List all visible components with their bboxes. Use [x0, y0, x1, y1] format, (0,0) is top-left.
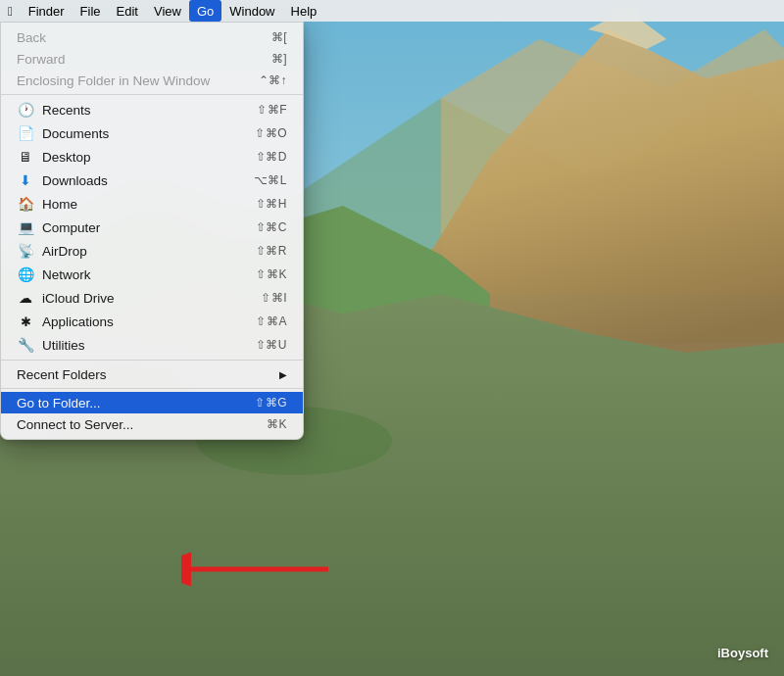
computer-icon: 💻	[17, 218, 34, 236]
finder-menu[interactable]: Finder	[21, 0, 73, 22]
menu-item-forward[interactable]: Forward ⌘]	[1, 48, 303, 70]
apple-menu[interactable]: 	[0, 0, 21, 22]
documents-icon: 📄	[17, 124, 34, 142]
menu-item-recents[interactable]: 🕐 Recents ⇧⌘F	[1, 98, 303, 121]
menu-item-desktop[interactable]: 🖥 Desktop ⇧⌘D	[1, 145, 303, 169]
menu-item-enclosing[interactable]: Enclosing Folder in New Window ⌃⌘↑	[1, 70, 303, 91]
menu-item-computer[interactable]: 💻 Computer ⇧⌘C	[1, 216, 303, 239]
downloads-icon: ⬇	[17, 171, 34, 189]
iboysoft-watermark: iBoysoft	[717, 646, 768, 660]
applications-icon: ✱	[17, 313, 34, 330]
network-icon: 🌐	[17, 266, 34, 283]
menubar:  Finder File Edit View Go Window Help	[0, 0, 784, 22]
edit-menu[interactable]: Edit	[109, 0, 146, 22]
home-icon: 🏠	[17, 195, 34, 213]
menu-item-documents[interactable]: 📄 Documents ⇧⌘O	[1, 121, 303, 145]
menu-item-connect-server[interactable]: Connect to Server... ⌘K	[1, 413, 303, 435]
separator-3	[1, 388, 303, 389]
window-menu[interactable]: Window	[221, 0, 282, 22]
separator-2	[1, 360, 303, 361]
menu-item-airdrop[interactable]: 📡 AirDrop ⇧⌘R	[1, 239, 303, 263]
icloud-icon: ☁	[17, 289, 34, 307]
go-dropdown-menu: Back ⌘[ Forward ⌘] Enclosing Folder in N…	[0, 22, 304, 440]
menu-item-home[interactable]: 🏠 Home ⇧⌘H	[1, 192, 303, 216]
help-menu[interactable]: Help	[283, 0, 325, 22]
separator-1	[1, 94, 303, 95]
view-menu[interactable]: View	[146, 0, 189, 22]
menu-item-goto-folder[interactable]: Go to Folder... ⇧⌘G	[1, 392, 303, 413]
menu-item-network[interactable]: 🌐 Network ⇧⌘K	[1, 263, 303, 286]
go-menu[interactable]: Go	[189, 0, 221, 22]
airdrop-icon: 📡	[17, 242, 34, 260]
desktop-icon: 🖥	[17, 148, 34, 166]
menu-item-icloud[interactable]: ☁ iCloud Drive ⇧⌘I	[1, 286, 303, 310]
menu-item-back[interactable]: Back ⌘[	[1, 26, 303, 48]
menu-item-recent-folders[interactable]: Recent Folders	[1, 363, 303, 385]
utilities-icon: 🔧	[17, 336, 34, 354]
menu-item-applications[interactable]: ✱ Applications ⇧⌘A	[1, 310, 303, 333]
menu-item-downloads[interactable]: ⬇ Downloads ⌥⌘L	[1, 169, 303, 192]
menu-item-utilities[interactable]: 🔧 Utilities ⇧⌘U	[1, 333, 303, 357]
recents-icon: 🕐	[17, 101, 34, 119]
file-menu[interactable]: File	[73, 0, 109, 22]
